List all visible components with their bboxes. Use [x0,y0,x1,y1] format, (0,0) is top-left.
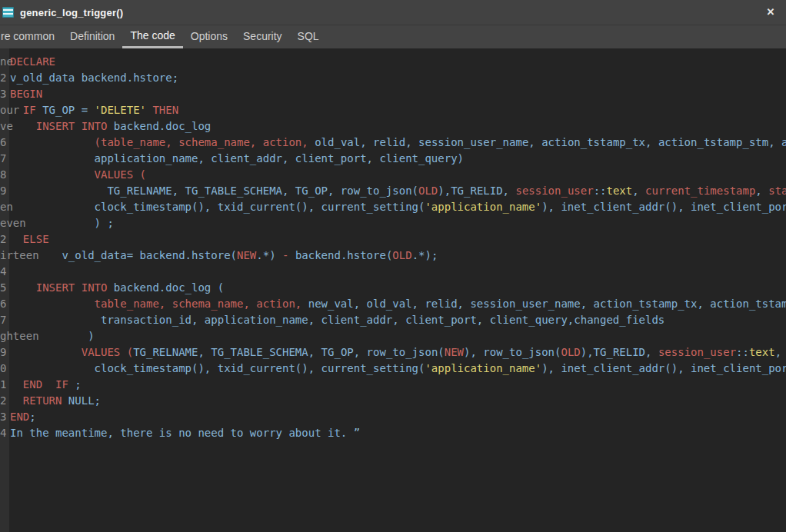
code-line: 3BEGIN [0,86,786,102]
line-number: 6 [0,135,10,151]
code-text: clock_timestamp(), txid_current(), curre… [10,199,786,215]
code-line: 3END; [0,409,786,425]
code-text: clock_timestamp(), txid_current(), curre… [10,361,786,377]
code-line: our IF TG_OP = 'DELETE' THEN [0,102,786,118]
code-line: 6 table_name, schema_name, action, new_v… [0,296,786,312]
code-text: RETURN NULL; [10,393,101,409]
line-number: 7 [0,312,10,328]
code-line: 8 VALUES ( [0,167,786,183]
code-text: BEGIN [10,86,42,102]
dialog-titlebar: generic_log_trigger() ✕ [0,0,786,25]
code-line: even ) ; [0,215,786,231]
tab-security[interactable]: Security [235,25,290,48]
code-line: 0 clock_timestamp(), txid_current(), cur… [0,361,786,377]
line-number: 9 [0,344,10,361]
code-line: 2v_old_data backend.hstore; [0,70,786,86]
line-number: 2 [0,70,10,86]
code-line: ve INSERT INTO backend.doc_log [0,118,786,135]
line-number: 3 [0,86,10,102]
tab-sql[interactable]: SQL [290,25,327,48]
code-text: VALUES ( [10,167,146,183]
line-number: en [0,199,10,215]
line-number: 0 [0,361,10,377]
line-number: 1 [0,377,10,393]
code-line: 5 INSERT INTO backend.doc_log ( [0,280,786,296]
line-number: 2 [0,393,10,409]
code-text: ELSE [10,231,49,248]
code-text: In the meantime, there is no need to wor… [10,425,360,441]
line-number: 8 [0,167,10,183]
code-text: v_old_data backend.hstore; [10,70,178,86]
code-text: (table_name, schema_name, action, old_va… [10,135,786,151]
code-line: 2 ELSE [0,231,786,248]
code-text: TG_RELNAME, TG_TABLE_SCHEMA, TG_OP, row_… [10,183,786,199]
line-number: 5 [0,280,10,296]
code-text: END IF ; [10,377,82,393]
code-line: 7 application_name, client_addr, client_… [0,151,786,167]
code-line: 2 RETURN NULL; [0,393,786,409]
code-text: DECLARE [10,54,55,70]
tab-re-common[interactable]: re common [0,25,62,48]
line-number: 3 [0,409,10,425]
code-text: v_old_data= backend.hstore(NEW.*) - back… [10,248,438,264]
tab-list: re commonDefinitionThe codeOptionsSecuri… [0,25,786,48]
code-line: irteen v_old_data= backend.hstore(NEW.*)… [0,248,786,264]
line-number: our [0,102,10,118]
code-text: INSERT INTO backend.doc_log ( [10,280,224,296]
line-number: 4 [0,425,10,441]
code-text: END; [10,409,36,425]
line-number: 7 [0,151,10,167]
code-text: ) ; [10,215,114,231]
code-line: 1 END IF ; [0,377,786,393]
code-line: ghteen ) [0,328,786,344]
code-lines: neDECLARE2v_old_data backend.hstore;3BEG… [0,48,786,441]
code-line: 4In the meantime, there is no need to wo… [0,425,786,441]
code-text: INSERT INTO backend.doc_log [10,118,211,135]
code-text: application_name, client_addr, client_po… [10,151,464,167]
code-line: 6 (table_name, schema_name, action, old_… [0,135,786,151]
function-dialog: generic_log_trigger() ✕ re commonDefinit… [0,0,786,532]
line-number: irteen [0,248,10,264]
code-line: neDECLARE [0,54,786,70]
code-text: IF TG_OP = 'DELETE' THEN [10,102,178,118]
code-editor[interactable]: neDECLARE2v_old_data backend.hstore;3BEG… [0,48,786,532]
code-line: 9 TG_RELNAME, TG_TABLE_SCHEMA, TG_OP, ro… [0,183,786,199]
code-text: ) [10,328,95,344]
line-number: ve [0,118,10,135]
code-line: 7 transaction_id, application_name, clie… [0,312,786,328]
line-number: 9 [0,183,10,199]
tab-definition[interactable]: Definition [62,25,122,48]
code-line: 4 [0,264,786,280]
line-number: 6 [0,296,10,312]
dialog-title: generic_log_trigger() [20,7,123,18]
tab-options[interactable]: Options [183,25,235,48]
line-number: 4 [0,264,10,280]
code-text: transaction_id, application_name, client… [10,312,664,328]
tab-bar: re commonDefinitionThe codeOptionsSecuri… [0,25,786,48]
code-text: table_name, schema_name, action, new_val… [10,296,786,312]
trigger-function-icon [2,7,14,18]
code-line: en clock_timestamp(), txid_current(), cu… [0,199,786,215]
line-number: even [0,215,10,231]
close-icon[interactable]: ✕ [764,6,777,18]
line-number: 2 [0,231,10,248]
code-line: 9 VALUES (TG_RELNAME, TG_TABLE_SCHEMA, T… [0,344,786,361]
line-number: ne [0,54,10,70]
tab-the-code[interactable]: The code [122,25,182,48]
line-number: ghteen [0,328,10,344]
code-text: VALUES (TG_RELNAME, TG_TABLE_SCHEMA, TG_… [10,344,781,361]
